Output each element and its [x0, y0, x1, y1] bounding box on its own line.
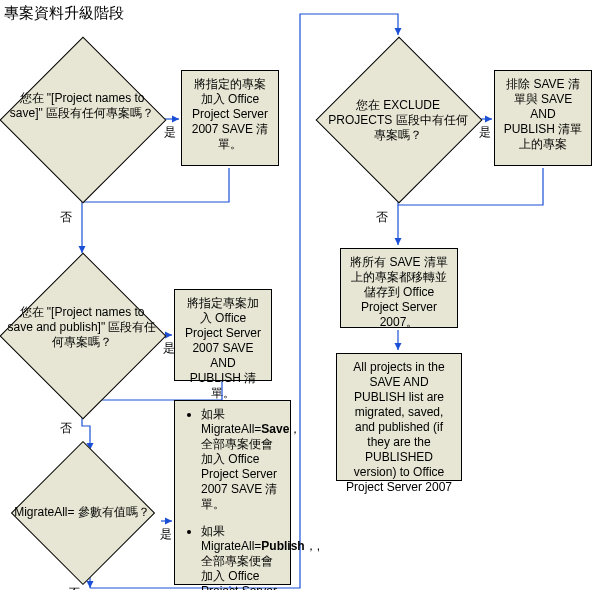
no-label: 否 [60, 209, 72, 226]
outcome-save: 如果 MigrateAll=Save，全部專案便會加入 Office Proje… [201, 407, 282, 512]
action-migrateall-outcomes: 如果 MigrateAll=Save，全部專案便會加入 Office Proje… [174, 400, 291, 585]
action-add-to-save-publish-list: 將指定專案加入 Office Project Server 2007 SAVE … [174, 289, 272, 381]
action-exclude-from-lists: 排除 SAVE 清單與 SAVE AND PUBLISH 清單上的專案 [494, 70, 592, 166]
action-migrate-save-list: 將所有 SAVE 清單上的專案都移轉並儲存到 Office Project Se… [340, 248, 458, 328]
no-label: 否 [376, 209, 388, 226]
page-title: 專案資料升級階段 [4, 4, 124, 23]
action-migrate-save-publish-list: All projects in the SAVE AND PUBLISH lis… [336, 353, 462, 481]
no-label: 否 [60, 420, 72, 437]
outcome-publish: 如果 MigrateAll=Publish，,全部專案便會加入 Office P… [201, 524, 282, 590]
yes-label: 是 [160, 526, 172, 543]
no-label: 否 [68, 585, 80, 590]
yes-label: 是 [479, 124, 491, 141]
action-add-to-save-list: 將指定的專案加入 Office Project Server 2007 SAVE… [181, 70, 279, 166]
yes-label: 是 [164, 124, 176, 141]
